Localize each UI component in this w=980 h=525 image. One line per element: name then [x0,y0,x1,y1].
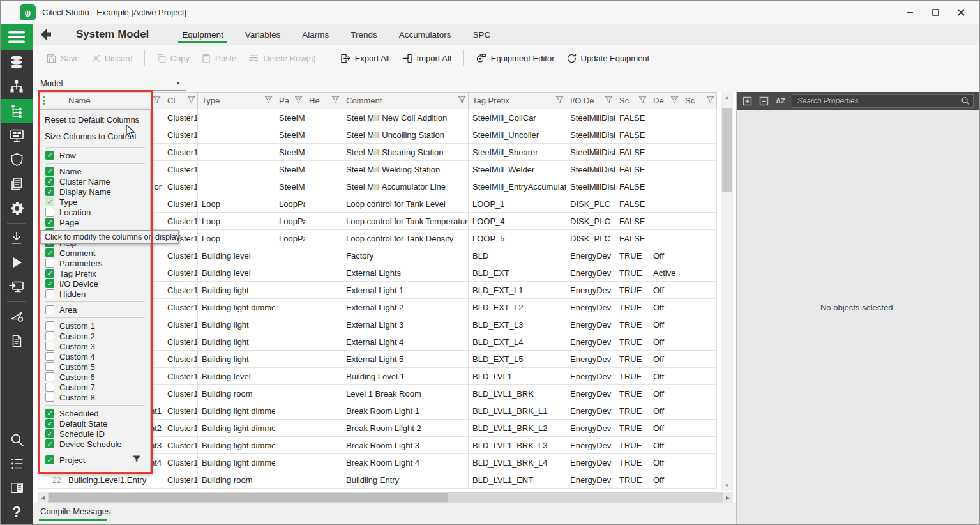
filter-icon[interactable] [132,455,141,466]
cell-page[interactable]: LoopPage [275,213,305,229]
cell-sid[interactable] [681,213,717,229]
cell-sid[interactable] [681,161,717,178]
cell-tag[interactable]: BLD [469,247,566,264]
sidebar-item-deploy[interactable] [1,275,33,299]
cell-io[interactable]: EnergyDev [566,247,615,264]
cell-cluster[interactable]: Cluster1 [163,454,198,471]
cell-page[interactable]: SteelMill [275,126,305,143]
cell-sched[interactable]: TRUE [615,471,649,488]
cell-sched[interactable]: TRUE [615,402,649,419]
column-header-type[interactable]: Type [198,93,275,109]
column-header-sched[interactable]: Sc [615,93,649,109]
cell-comment[interactable]: Break Room Lilght 2 [342,420,469,436]
menu-item-i-o-device[interactable]: ✓I/O Device [40,278,150,289]
cell-sid[interactable] [681,109,717,126]
menu-item-name[interactable]: ✓Name [40,166,150,176]
cell-tag[interactable]: SteelMill_EntryAccumulator [469,178,566,195]
cell-dstate[interactable] [649,195,681,212]
cell-tag[interactable]: BLD_LVL1_ENT [469,471,566,488]
sidebar-item-reference[interactable] [1,476,33,500]
sidebar-item-run[interactable] [1,250,33,275]
menu-item-custom-7[interactable]: Custom 7 [40,382,150,392]
menu-item-device-schedule[interactable]: ✓Device Schedule [40,439,150,449]
cell-sid[interactable] [681,385,717,402]
cell-help[interactable] [305,454,342,471]
cell-sched[interactable]: FALSE [615,178,649,195]
cell-tag[interactable]: BLD_EXT_L2 [469,299,566,316]
filter-icon[interactable] [293,96,303,106]
cell-cluster[interactable]: Cluster1 [163,144,198,160]
cell-dstate[interactable] [649,161,681,178]
cell-io[interactable]: SteelMillDisk [566,126,615,143]
unchecked-checkbox-icon[interactable] [45,372,54,381]
update-equipment-button[interactable]: Update Equipment [561,50,656,67]
cell-sched[interactable]: TRUE [615,333,649,350]
cell-help[interactable] [305,109,342,126]
cell-type[interactable]: Loop [198,213,275,229]
cell-cluster[interactable]: Cluster1 [163,109,198,126]
sidebar-item-search[interactable] [1,427,33,452]
cell-type[interactable]: Building light [198,316,275,333]
filter-icon[interactable] [456,96,466,106]
back-arrow-icon[interactable] [40,28,56,41]
cell-page[interactable]: SteelMill [275,161,305,178]
cell-help[interactable] [305,437,342,453]
cell-type[interactable]: Building light dimmer [198,299,275,316]
cell-page[interactable] [275,471,305,488]
filter-icon[interactable] [330,96,340,106]
menu-item-hidden[interactable]: Hidden [40,289,150,299]
cell-help[interactable] [305,351,342,367]
filter-icon[interactable] [705,96,714,106]
cell-dstate[interactable]: Off [649,299,681,316]
cell-io[interactable]: SteelMillDisk [566,161,615,178]
cell-dstate[interactable]: Off [649,282,681,298]
menu-item-cluster-name[interactable]: ✓Cluster Name [40,176,150,186]
cell-tag[interactable]: BLD_LVL1_BRK_L2 [469,420,566,436]
sidebar-item-system-model[interactable] [1,99,33,123]
column-header-comment[interactable]: Comment [342,93,469,109]
cell-sched[interactable]: FALSE [615,213,649,229]
unchecked-checkbox-icon[interactable] [45,331,54,340]
cell-io[interactable]: EnergyDev [566,437,615,453]
cell-sid[interactable] [681,264,717,281]
cell-tag[interactable]: BLD_EXT [469,264,566,281]
cell-page[interactable] [275,385,305,402]
sidebar-item-report[interactable] [1,329,33,353]
cell-page[interactable] [275,264,305,281]
filter-icon[interactable] [669,96,679,106]
model-dropdown[interactable]: Model ▼ [38,76,186,91]
cell-sid[interactable] [681,299,717,316]
cell-sched[interactable]: TRUE [615,247,649,264]
cell-comment[interactable]: External Lights [342,264,469,281]
cell-page[interactable] [275,299,305,316]
cell-sid[interactable] [681,282,717,298]
checked-checkbox-icon[interactable]: ✓ [45,269,54,278]
cell-comment[interactable]: External Light 5 [342,351,469,367]
unchecked-checkbox-icon[interactable] [45,383,54,392]
cell-cluster[interactable]: Cluster1 [163,351,198,367]
column-header-tag[interactable]: Tag Prefix [469,93,566,109]
cell-help[interactable] [305,299,342,316]
cell-type[interactable]: Building light dimmer [198,402,275,419]
cell-tag[interactable]: BLD_LVL1 [469,368,566,384]
unchecked-checkbox-icon[interactable] [45,259,54,268]
cell-help[interactable] [305,247,342,264]
cell-help[interactable] [305,385,342,402]
cell-dstate[interactable]: Active [649,264,681,281]
cell-page[interactable] [275,454,305,471]
cell-dstate[interactable]: Off [649,351,681,367]
cell-type[interactable]: Building level [198,264,275,281]
cell-comment[interactable]: Buildiing Entry [342,471,469,488]
menu-item-custom-1[interactable]: Custom 1 [40,321,150,331]
cell-sid[interactable] [681,247,717,264]
cell-page[interactable]: SteelMill [275,144,305,160]
vertical-scrollbar[interactable]: ▲ ▼ [721,92,733,491]
cell-cluster[interactable]: Cluster1 [163,316,198,333]
cell-sched[interactable]: TRUE [615,351,649,367]
column-header-num[interactable] [38,93,64,109]
cell-page[interactable]: SteelMill [275,178,305,195]
scroll-up-icon[interactable]: ▲ [721,92,733,103]
cell-dstate[interactable]: Off [649,454,681,471]
cell-io[interactable]: SteelMillDisk [566,178,615,195]
menu-item-page[interactable]: ✓Page [40,217,150,227]
